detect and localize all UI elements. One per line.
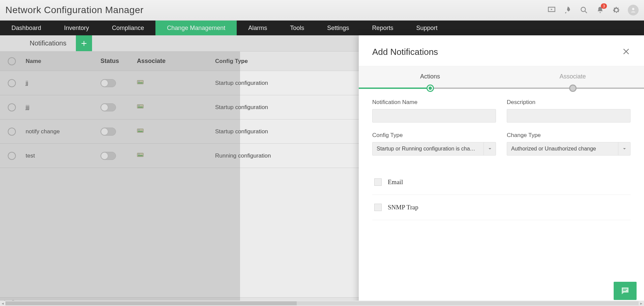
description-label: Description [507, 99, 631, 106]
nav-item-tools[interactable]: Tools [279, 21, 316, 35]
search-icon[interactable] [579, 5, 589, 15]
chevron-down-icon [618, 142, 630, 155]
row-name: test [24, 152, 100, 159]
config-type-label: Config Type [372, 132, 496, 139]
snmp-row: SNMP Trap [372, 195, 631, 220]
avatar[interactable] [628, 5, 639, 15]
svg-rect-4 [139, 81, 140, 82]
nav-item-settings[interactable]: Settings [316, 21, 360, 35]
row-checkbox[interactable] [8, 152, 16, 160]
tab-notifications[interactable]: Notifications [20, 35, 76, 51]
change-type-select[interactable]: Authorized or Unauthorized change [507, 142, 631, 156]
main-nav: DashboardInventoryComplianceChange Manag… [0, 21, 644, 35]
column-header-name[interactable]: Name [24, 58, 100, 65]
rocket-icon[interactable] [563, 5, 573, 15]
close-icon[interactable] [622, 47, 631, 57]
nav-item-inventory[interactable]: Inventory [53, 21, 100, 35]
nav-item-compliance[interactable]: Compliance [100, 21, 155, 35]
panel-body: Notification Name Description Config Typ… [359, 89, 644, 306]
panel-title: Add Notifications [372, 47, 438, 57]
notification-name-input[interactable] [372, 109, 496, 123]
svg-rect-10 [139, 129, 140, 130]
row-name: notify change [24, 128, 100, 135]
device-group-icon[interactable] [137, 79, 144, 86]
row-checkbox[interactable] [8, 79, 16, 87]
email-row: Email [372, 170, 631, 195]
row-checkbox[interactable] [8, 128, 16, 136]
nav-item-change-management[interactable]: Change Management [155, 21, 237, 35]
column-header-associate[interactable]: Associate [137, 58, 215, 65]
svg-rect-2 [137, 80, 143, 84]
change-type-label: Change Type [507, 132, 631, 139]
svg-rect-6 [138, 107, 143, 108]
row-name: jjj [24, 104, 100, 111]
email-checkbox[interactable] [374, 178, 382, 186]
device-group-icon[interactable] [137, 152, 144, 158]
stepper: Actions Associate [359, 66, 644, 89]
gear-icon[interactable] [612, 5, 621, 15]
panel-header: Add Notifications [359, 35, 644, 66]
status-toggle[interactable] [100, 103, 116, 111]
status-toggle[interactable] [100, 128, 116, 136]
add-button[interactable] [76, 35, 92, 51]
app-title: Network Configuration Manager [5, 5, 144, 15]
chat-fab[interactable] [614, 282, 637, 300]
svg-rect-3 [138, 82, 143, 83]
column-header-status[interactable]: Status [100, 58, 137, 65]
svg-point-1 [632, 8, 635, 10]
email-label: Email [388, 178, 403, 186]
nav-item-dashboard[interactable]: Dashboard [0, 21, 53, 35]
config-type-select[interactable]: Startup or Running configuration is cha… [372, 142, 496, 156]
chevron-down-icon [484, 142, 496, 155]
topbar-icons: 3 [547, 5, 639, 15]
status-toggle[interactable] [100, 79, 116, 87]
snmp-label: SNMP Trap [388, 204, 418, 211]
svg-rect-7 [139, 105, 140, 106]
horizontal-scrollbar[interactable]: ◄ ► [0, 301, 644, 306]
panel-scrollbar[interactable] [639, 90, 643, 305]
scroll-right-icon[interactable]: ► [639, 301, 644, 306]
svg-rect-12 [138, 155, 143, 156]
bell-icon[interactable]: 3 [595, 5, 605, 15]
notification-name-label: Notification Name [372, 99, 496, 106]
status-toggle[interactable] [100, 152, 116, 160]
nav-item-alarms[interactable]: Alarms [237, 21, 279, 35]
row-name: jj [24, 80, 100, 87]
svg-rect-5 [137, 104, 143, 108]
select-all-checkbox[interactable] [8, 57, 16, 65]
svg-point-0 [581, 7, 585, 11]
add-notifications-panel: Add Notifications Actions Associate Noti… [359, 35, 644, 306]
row-checkbox[interactable] [8, 103, 16, 111]
device-group-icon[interactable] [137, 128, 144, 134]
svg-rect-13 [139, 154, 140, 155]
snmp-checkbox[interactable] [374, 204, 382, 211]
nav-item-support[interactable]: Support [405, 21, 449, 35]
change-type-value: Authorized or Unauthorized change [507, 142, 618, 155]
presentation-icon[interactable] [547, 5, 556, 15]
config-type-value: Startup or Running configuration is cha… [373, 142, 484, 155]
svg-rect-11 [137, 153, 143, 157]
device-group-icon[interactable] [137, 104, 144, 110]
svg-rect-8 [137, 129, 143, 132]
scroll-left-icon[interactable]: ◄ [0, 301, 5, 306]
svg-rect-9 [138, 131, 143, 132]
description-input[interactable] [507, 109, 631, 123]
alert-badge: 3 [601, 3, 607, 9]
top-bar: Network Configuration Manager 3 [0, 0, 644, 21]
nav-item-reports[interactable]: Reports [360, 21, 405, 35]
